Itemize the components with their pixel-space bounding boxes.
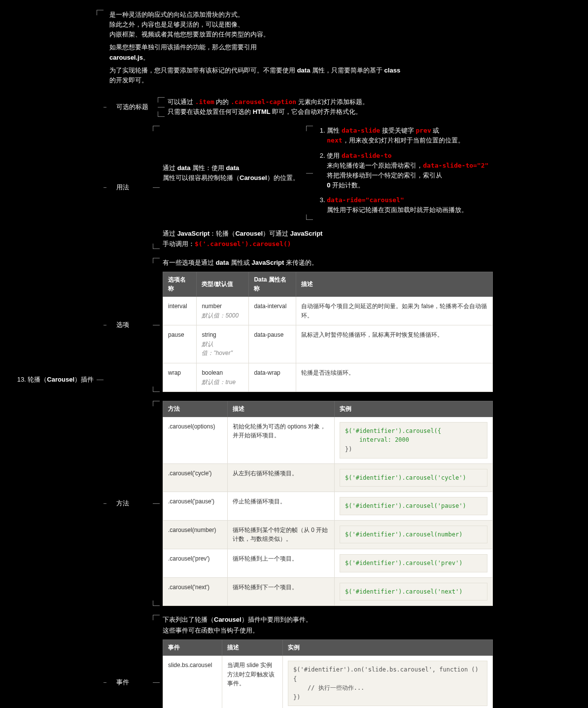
events-label: 事件	[116, 677, 150, 687]
code-sample: $('#identifier').carousel(number)	[340, 526, 487, 544]
bracket-icon	[158, 97, 165, 117]
captions-body: 可以通过 .item 内的 .carousel-caption 元素向幻灯片添加…	[168, 97, 493, 117]
intro-p3: 为了实现轮播，您只需要添加带有该标记的代码即可。不需要使用 data 属性，只需…	[109, 66, 410, 85]
table-row: .carousel('prev') 循环轮播到上一个项目。 $('#identi…	[163, 549, 493, 577]
bracket-icon	[306, 126, 313, 220]
col-data: Data 属性名称	[249, 272, 296, 296]
table-row: .carousel('cycle') 从左到右循环轮播项目。 $('#ident…	[163, 463, 493, 492]
col-method: 方法	[163, 401, 228, 417]
col-desc: 描述	[222, 640, 283, 656]
intro-block: 是一种灵活的响应式的向站点添加滑块的方式。 除此之外，内容也是足够灵活的，可以是…	[109, 10, 493, 88]
code-sample: $('#identifier').carousel('prev')	[340, 554, 487, 572]
captions-label: 可选的标题	[116, 102, 155, 112]
events-body: 下表列出了轮播（Carousel）插件中要用到的事件。 这些事件可在函数中当钩子…	[163, 615, 493, 708]
intro-p2: 如果您想要单独引用该插件的功能，那么您需要引用 carousel.js。	[109, 42, 410, 62]
node-events: 事件 下表列出了轮播（Carousel）插件中要用到的事件。 这些事件可在函数中…	[106, 615, 493, 708]
node-captions: 可选的标题 可以通过 .item 内的 .carousel-caption 元素…	[106, 97, 493, 117]
options-label: 选项	[116, 320, 150, 330]
methods-body: 方法 描述 实例 .carousel(options) 初始化轮播为可选的 op…	[163, 401, 493, 606]
table-row: pause string默认值："hover" data-pause 鼠标进入时…	[163, 325, 493, 363]
code-sample: $('#identifier').carousel({ interval: 20…	[340, 422, 487, 459]
usage-list: 属性 data-slide 接受关键字 prev 或 next，用来改变幻灯片相…	[316, 126, 493, 215]
methods-table: 方法 描述 实例 .carousel(options) 初始化轮播为可选的 op…	[163, 401, 493, 606]
children: 是一种灵活的响应式的向站点添加滑块的方式。 除此之外，内容也是足够灵活的，可以是…	[106, 10, 493, 708]
col-name: 选项名称	[163, 272, 197, 296]
code-sample: $('#identifier').on('slide.bs.carousel',…	[288, 661, 487, 706]
bracket-icon	[153, 615, 160, 708]
code-sample: $('#identifier').carousel('cycle')	[340, 469, 487, 487]
table-row: .carousel('pause') 停止轮播循环项目。 $('#identif…	[163, 492, 493, 521]
usage-item-1: 属性 data-slide 接受关键字 prev 或 next，用来改变幻灯片相…	[327, 126, 493, 145]
col-type: 类型/默认值	[197, 272, 249, 296]
usage-item-3: data-ride="carousel" 属性用于标记轮播在页面加载时就开始动画…	[327, 195, 493, 215]
bracket-icon	[97, 10, 104, 708]
methods-label: 方法	[116, 498, 150, 508]
col-desc: 描述	[228, 401, 335, 417]
node-methods: 方法 方法 描述 实例 .carousel(options) 初始化轮播为可选的…	[106, 401, 493, 606]
col-ex: 实例	[283, 640, 493, 656]
table-row: .carousel(number) 循环轮播到某个特定的帧（从 0 开始计数，与…	[163, 520, 493, 549]
intro-p1: 是一种灵活的响应式的向站点添加滑块的方式。 除此之外，内容也是足够灵活的，可以是…	[109, 10, 410, 39]
events-table: 事件 描述 实例 slide.bs.carousel 当调用 slide 实例方…	[163, 639, 493, 708]
usage-item-2: 使用 data-slide-to 来向轮播传递一个原始滑动索引，data-sli…	[327, 151, 493, 191]
bracket-icon	[153, 401, 160, 606]
root-num: 13.	[17, 376, 26, 383]
options-table: 选项名称 类型/默认值 Data 属性名称 描述 interval number…	[163, 272, 493, 392]
code-sample: $('#identifier').carousel('pause')	[340, 497, 487, 515]
table-row: slide.bs.carousel 当调用 slide 实例方法时立即触发该事件…	[163, 655, 493, 708]
bracket-icon	[153, 126, 160, 248]
node-options: 选项 有一些选项是通过 data 属性或 JavaScript 来传递的。 选项…	[106, 258, 493, 392]
root-title: 13. 轮播（Carousel）插件	[5, 375, 94, 385]
col-ex: 实例	[335, 401, 493, 417]
usage-data-attr: 通过 data 属性：使用 data 属性可以很容易控制轮播（Carousel）…	[163, 126, 493, 220]
table-row: .carousel(options) 初始化轮播为可选的 options 对象，…	[163, 417, 493, 463]
usage-body: 通过 data 属性：使用 data 属性可以很容易控制轮播（Carousel）…	[163, 126, 493, 248]
table-row: wrap boolean默认值：true data-wrap 轮播是否连续循环。	[163, 363, 493, 391]
usage-js: 通过 JavaScript：轮播（Carousel）可通过 JavaScript…	[163, 229, 493, 248]
col-event: 事件	[163, 640, 222, 656]
table-row: interval number默认值：5000 data-interval 自动…	[163, 297, 493, 325]
col-desc: 描述	[296, 272, 493, 296]
node-usage: 用法 通过 data 属性：使用 data 属性可以很容易控制轮播（Carous…	[106, 126, 493, 248]
options-body: 有一些选项是通过 data 属性或 JavaScript 来传递的。 选项名称 …	[163, 258, 493, 392]
mindmap-root: 13. 轮播（Carousel）插件 是一种灵活的响应式的向站点添加滑块的方式。…	[5, 10, 582, 708]
bracket-icon	[153, 258, 160, 392]
usage-label: 用法	[116, 182, 150, 192]
code-sample: $('#identifier').carousel('next')	[340, 583, 487, 601]
table-row: .carousel('next') 循环轮播到下一个项目。 $('#identi…	[163, 577, 493, 606]
